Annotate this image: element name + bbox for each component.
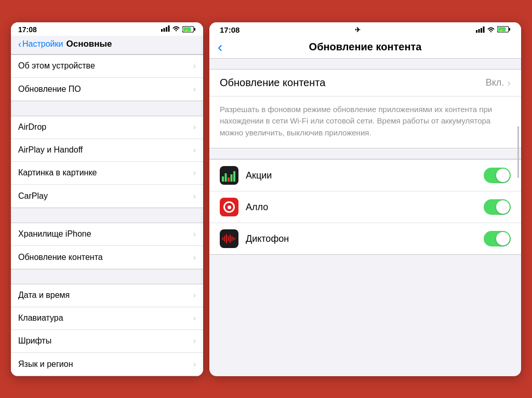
carplay-chevron: › — [193, 191, 196, 201]
allo-app-name: Алло — [246, 202, 268, 213]
stocks-toggle-knob — [496, 169, 510, 182]
right-battery-icon: ⚡ — [497, 25, 511, 35]
left-back-button[interactable]: ‹ Настройки — [18, 39, 63, 50]
stocks-toggle[interactable] — [484, 168, 511, 183]
airplay-label: AirPlay и Handoff — [18, 145, 83, 155]
description-text: Разрешать в фоновом режиме обновление пр… — [220, 104, 511, 139]
svg-rect-8 — [476, 30, 477, 33]
svg-rect-19 — [231, 174, 233, 182]
main-toggle-label: Обновление контента — [220, 77, 325, 89]
gap-3 — [11, 269, 203, 284]
settings-row-update[interactable]: Обновление ПО › — [11, 78, 203, 101]
language-chevron: › — [193, 360, 196, 369]
svg-rect-25 — [230, 235, 231, 243]
right-back-button[interactable]: ‹ — [218, 39, 222, 56]
right-status-icons: ⚡ — [476, 25, 511, 35]
svg-rect-13 — [509, 28, 511, 31]
settings-row-airplay[interactable]: AirPlay и Handoff › — [11, 139, 203, 162]
settings-row-keyboard[interactable]: Клавиатура › — [11, 307, 203, 330]
gap-2 — [11, 208, 203, 223]
update-label: Обновление ПО — [18, 85, 81, 94]
svg-rect-16 — [222, 176, 224, 182]
app-row-voice-left: Диктофон — [220, 229, 289, 248]
airdrop-label: AirDrop — [18, 122, 46, 132]
fonts-label: Шрифты — [18, 336, 51, 346]
settings-list: Об этом устройстве › Обновление ПО › Air… — [11, 54, 203, 376]
svg-rect-22 — [224, 236, 225, 242]
right-wifi-icon — [487, 25, 495, 35]
allo-app-icon — [220, 198, 238, 216]
scrollbar[interactable] — [517, 126, 519, 178]
voice-app-icon — [220, 229, 238, 248]
svg-rect-5 — [194, 28, 196, 31]
main-toggle-chevron: › — [507, 77, 511, 89]
settings-row-content-update[interactable]: Обновление контента › — [11, 246, 203, 269]
main-content-group: Обновление контента Вкл. › Разрешать в ф… — [209, 69, 521, 149]
left-nav-bar: ‹ Настройки Основные — [11, 36, 203, 54]
settings-row-airdrop[interactable]: AirDrop › — [11, 116, 203, 139]
svg-rect-18 — [228, 177, 230, 182]
settings-row-storage[interactable]: Хранилище iPhone › — [11, 223, 203, 246]
back-label: Настройки — [22, 39, 63, 49]
left-status-icons: ⚡ — [161, 25, 196, 33]
group-storage: Хранилище iPhone › Обновление контента › — [11, 223, 203, 269]
settings-row-language[interactable]: Язык и регион › — [11, 353, 203, 376]
svg-rect-17 — [225, 173, 227, 182]
voice-app-name: Диктофон — [246, 234, 289, 244]
svg-rect-27 — [233, 237, 234, 240]
svg-rect-3 — [168, 25, 170, 32]
storage-label: Хранилище iPhone — [18, 229, 91, 239]
pip-chevron: › — [193, 168, 196, 177]
left-status-bar: 17:08 ⚡ — [11, 22, 203, 36]
svg-rect-2 — [166, 27, 167, 32]
svg-rect-21 — [222, 237, 223, 240]
keyboard-label: Клавиатура — [18, 313, 63, 323]
main-toggle-value: Вкл. — [486, 77, 504, 88]
stocks-app-icon — [220, 166, 238, 185]
app-row-allo[interactable]: Алло — [209, 191, 521, 223]
svg-rect-9 — [478, 29, 480, 33]
main-toggle-row[interactable]: Обновление контента Вкл. › — [209, 70, 521, 96]
app-row-stocks-left: Акции — [220, 166, 272, 185]
wifi-icon — [172, 25, 180, 33]
signal-icon — [161, 25, 170, 33]
svg-rect-26 — [232, 236, 233, 241]
language-label: Язык и регион — [18, 360, 73, 369]
left-time: 17:08 — [18, 25, 37, 34]
voice-toggle-knob — [496, 232, 510, 245]
svg-rect-0 — [161, 29, 163, 32]
update-chevron: › — [193, 85, 196, 94]
settings-row-datetime[interactable]: Дата и время › — [11, 284, 203, 307]
storage-chevron: › — [193, 229, 196, 239]
allo-toggle[interactable] — [484, 199, 511, 215]
right-content: Обновление контента Вкл. › Разрешать в ф… — [209, 59, 521, 255]
app-row-stocks[interactable]: Акции — [209, 159, 521, 191]
settings-row-fonts[interactable]: Шрифты › — [11, 330, 203, 353]
group-connectivity: AirDrop › AirPlay и Handoff › Картинка в… — [11, 116, 203, 208]
settings-row-about[interactable]: Об этом устройстве › — [11, 55, 203, 78]
apps-group: Акции — [209, 159, 521, 255]
svg-rect-23 — [226, 234, 227, 243]
voice-toggle[interactable] — [484, 231, 511, 246]
right-time: 17:08 — [220, 25, 240, 34]
description-block: Разрешать в фоновом режиме обновление пр… — [209, 96, 521, 148]
carplay-label: CarPlay — [18, 191, 48, 201]
app-row-voice[interactable]: Диктофон — [209, 223, 521, 254]
right-location-icon: ✈ — [355, 26, 361, 34]
settings-row-pip[interactable]: Картинка в картинке › — [11, 162, 203, 185]
left-phone-screen: 17:08 ⚡ ‹ Настройки Основные — [11, 22, 203, 376]
right-phone-screen: 17:08 ✈ ⚡ ‹ Обновление контента — [209, 22, 521, 376]
svg-rect-10 — [481, 28, 482, 33]
main-toggle-right: Вкл. › — [486, 77, 511, 89]
gap-1 — [11, 101, 203, 116]
svg-text:⚡: ⚡ — [184, 29, 189, 33]
airdrop-chevron: › — [193, 122, 196, 132]
svg-rect-11 — [483, 26, 485, 33]
content-update-chevron: › — [193, 253, 196, 262]
svg-text:⚡: ⚡ — [499, 28, 503, 32]
group-localization: Дата и время › Клавиатура › Шрифты › Язы… — [11, 284, 203, 376]
settings-row-carplay[interactable]: CarPlay › — [11, 185, 203, 208]
svg-rect-20 — [233, 171, 235, 182]
right-signal-icon — [476, 25, 485, 35]
about-chevron: › — [193, 61, 196, 71]
